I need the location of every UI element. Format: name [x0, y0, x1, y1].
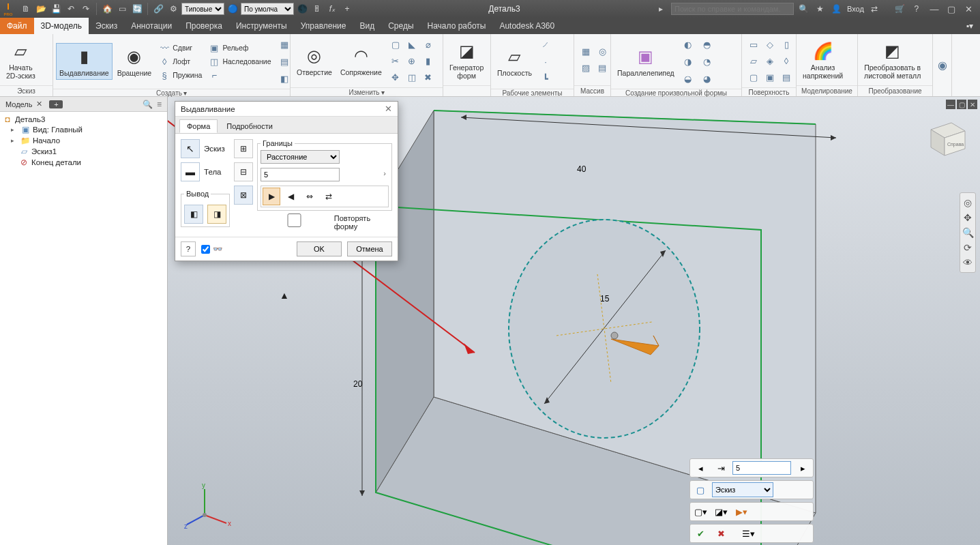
tree-sketch1[interactable]: ▱Эскиз1: [3, 146, 164, 157]
ribbon-overflow-icon[interactable]: ◉: [938, 59, 947, 72]
tab-annotate[interactable]: Аннотации: [124, 18, 179, 34]
op-cut-button[interactable]: ⊟: [234, 162, 253, 181]
nav-zoom-icon[interactable]: 🔍: [962, 227, 974, 238]
nav-lookat-icon[interactable]: 👁: [963, 257, 972, 268]
browser-add-tab[interactable]: +: [49, 100, 63, 108]
adjust-icon[interactable]: 🎚: [310, 2, 324, 16]
color-icon[interactable]: 🔵: [226, 2, 239, 16]
ff3-icon[interactable]: ◒: [681, 71, 696, 86]
ff4-icon[interactable]: ◓: [700, 37, 715, 52]
browser-menu-icon[interactable]: ≡: [157, 100, 162, 109]
hole-button[interactable]: ◎Отверстие: [293, 42, 336, 79]
tree-root[interactable]: ◘Деталь3: [3, 115, 164, 124]
browser-close-icon[interactable]: ✕: [36, 100, 42, 108]
tree-end-of-part[interactable]: ⊘Конец детали: [3, 157, 164, 168]
match-shape-checkbox[interactable]: Повторять форму: [257, 213, 392, 231]
pattern-sketch-icon[interactable]: ▤: [595, 61, 610, 76]
combine-icon[interactable]: ⊕: [404, 53, 419, 68]
pattern-circ-icon[interactable]: ◎: [595, 44, 610, 59]
surf5-icon[interactable]: ◈: [762, 53, 777, 68]
create-misc2-icon[interactable]: ▤: [277, 54, 292, 69]
mt-output-icon[interactable]: ▢▾: [692, 504, 709, 519]
update-icon[interactable]: 🔄: [130, 2, 144, 16]
surf3-icon[interactable]: ▯: [779, 37, 794, 52]
mt-profile-select[interactable]: Эскиз: [712, 482, 773, 497]
dir-positive-button[interactable]: ▶: [263, 188, 280, 205]
user-icon[interactable]: 👤: [831, 3, 843, 15]
mt-distance-icon[interactable]: ⇥: [712, 460, 730, 475]
dialog-preview-checkbox[interactable]: [201, 245, 210, 254]
revolve-button[interactable]: ◉Вращение: [114, 43, 155, 80]
rib-button[interactable]: ⌐: [206, 69, 273, 81]
thicken-icon[interactable]: ▮: [421, 53, 436, 68]
open-icon[interactable]: 📂: [34, 2, 48, 16]
ff2-icon[interactable]: ◑: [681, 54, 696, 69]
delete-icon[interactable]: ✖: [421, 70, 436, 85]
tree-view[interactable]: ▸▣Вид: Главный: [3, 124, 164, 135]
maximize-button[interactable]: ▢: [944, 4, 959, 14]
mt-distance-input[interactable]: [732, 461, 791, 475]
dialog-close-icon[interactable]: ✕: [385, 104, 392, 114]
surf2-icon[interactable]: ◇: [762, 37, 777, 52]
output-solid-button[interactable]: ◧: [184, 205, 203, 224]
output-surface-button[interactable]: ◨: [207, 205, 226, 224]
mt-operation-icon[interactable]: ◪▾: [712, 504, 730, 519]
play-icon[interactable]: ▸: [655, 3, 667, 15]
distance-input[interactable]: [261, 168, 340, 181]
point-icon[interactable]: ·: [538, 54, 553, 69]
sweep-button[interactable]: 〰Сдвиг: [156, 42, 205, 54]
shell-icon[interactable]: ▢: [388, 37, 403, 52]
coil-button[interactable]: §Пружина: [156, 69, 205, 81]
dialog-help-button[interactable]: ?: [181, 241, 196, 256]
fx-icon[interactable]: fₓ: [325, 2, 339, 16]
surf6-icon[interactable]: ◊: [779, 53, 794, 68]
freeform-box-button[interactable]: ▣Параллелепипед: [614, 43, 678, 80]
dir-symmetric-button[interactable]: ⇔: [301, 188, 318, 205]
convert-sheetmetal-button[interactable]: ◩Преобразовать в листовой металл: [861, 38, 924, 82]
tab-manage[interactable]: Управление: [294, 18, 353, 34]
appearance-icon[interactable]: 🌑: [295, 2, 309, 16]
draft-icon[interactable]: ◣: [404, 37, 419, 52]
tab-tools[interactable]: Инструменты: [229, 18, 294, 34]
ff5-icon[interactable]: ◔: [700, 54, 715, 69]
shape-generator-button[interactable]: ◪Генератор форм: [446, 38, 487, 82]
extrude-button[interactable]: ▮Выдавливание: [56, 43, 113, 80]
dialog-cancel-button[interactable]: Отмена: [347, 241, 392, 256]
mt-options-icon[interactable]: ☰▾: [739, 526, 757, 541]
ribbon-expand-icon[interactable]: ▪▾: [960, 18, 980, 34]
save-icon[interactable]: 💾: [49, 2, 63, 16]
surf7-icon[interactable]: ▢: [746, 70, 761, 85]
pick-profile-button[interactable]: ↖: [181, 139, 200, 158]
mt-arrow-right-icon[interactable]: ▸: [794, 460, 812, 475]
ff1-icon[interactable]: ◐: [681, 37, 696, 52]
browser-tab[interactable]: Модель: [5, 100, 32, 108]
dir-negative-button[interactable]: ◀: [282, 188, 299, 205]
undo-icon[interactable]: ↶: [64, 2, 78, 16]
material-select[interactable]: По умолча: [241, 3, 294, 15]
surf1-icon[interactable]: ▭: [746, 37, 761, 52]
ff6-icon[interactable]: ◕: [700, 71, 715, 86]
param-icon[interactable]: ⚙: [166, 2, 180, 16]
browser-search-icon[interactable]: 🔍: [143, 100, 153, 109]
cart-icon[interactable]: 🛒: [894, 3, 906, 15]
tree-origin[interactable]: ▸📁Начало: [3, 135, 164, 146]
mt-cancel-button[interactable]: ✖: [712, 526, 730, 541]
star-icon[interactable]: ★: [814, 3, 827, 15]
mt-ok-button[interactable]: ✔: [692, 526, 709, 541]
redo-icon[interactable]: ↷: [79, 2, 93, 16]
nav-pan-icon[interactable]: ✥: [964, 212, 972, 223]
plane-button[interactable]: ▱Плоскость: [494, 43, 535, 80]
tab-a360[interactable]: Autodesk A360: [492, 18, 561, 34]
create-misc1-icon[interactable]: ▦: [277, 37, 292, 52]
derive-button[interactable]: ◫Наследование: [206, 55, 273, 68]
dialog-resize-caret[interactable]: ▲: [280, 290, 289, 301]
new-icon[interactable]: 🗎: [19, 2, 33, 16]
op-intersect-button[interactable]: ⊠: [234, 186, 253, 205]
tab-environments[interactable]: Среды: [381, 18, 420, 34]
mt-profile-icon[interactable]: ▢: [692, 482, 709, 497]
fillet-button[interactable]: ◠Сопряжение: [337, 42, 385, 79]
plus-icon[interactable]: +: [340, 2, 354, 16]
home-icon[interactable]: 🏠: [100, 2, 114, 16]
dir-asymmetric-button[interactable]: ⇄: [320, 188, 338, 205]
ucs-icon[interactable]: ┗: [538, 71, 553, 86]
